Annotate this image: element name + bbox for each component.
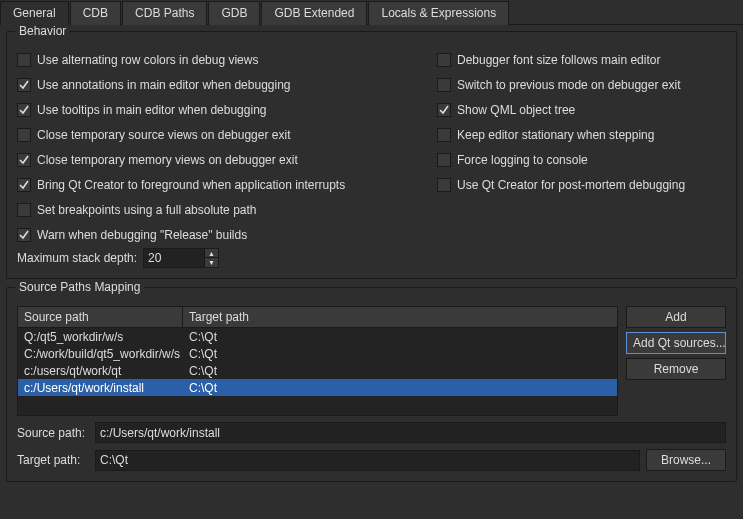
checkbox-row: Debugger font size follows main editor xyxy=(437,50,685,69)
checkbox-row: Switch to previous mode on debugger exit xyxy=(437,75,685,94)
checkbox-label[interactable]: Keep editor stationary when stepping xyxy=(457,128,654,142)
mapping-buttons: Add Add Qt sources... Remove xyxy=(626,306,726,416)
cell-target: C:\Qt xyxy=(183,380,617,396)
max-stack-label: Maximum stack depth: xyxy=(17,251,137,265)
checkbox-row: Set breakpoints using a full absolute pa… xyxy=(17,200,417,219)
mapping-table-header: Source path Target path xyxy=(18,307,617,328)
checkbox-row: Warn when debugging "Release" builds xyxy=(17,225,417,244)
checkbox[interactable] xyxy=(17,103,31,117)
behavior-right-column: Debugger font size follows main editorSw… xyxy=(437,50,685,244)
checkbox-label[interactable]: Bring Qt Creator to foreground when appl… xyxy=(37,178,345,192)
cell-source: Q:/qt5_workdir/w/s xyxy=(18,329,183,345)
source-path-row: Source path: xyxy=(17,422,726,443)
checkbox-label[interactable]: Use tooltips in main editor when debuggi… xyxy=(37,103,266,117)
table-row[interactable]: Q:/qt5_workdir/w/sC:\Qt xyxy=(18,328,617,345)
source-paths-group: Source Paths Mapping Source path Target … xyxy=(6,287,737,482)
table-row[interactable]: c:/users/qt/work/qtC:\Qt xyxy=(18,362,617,379)
checkbox-label[interactable]: Close temporary source views on debugger… xyxy=(37,128,290,142)
cell-target: C:\Qt xyxy=(183,346,617,362)
cell-target: C:\Qt xyxy=(183,363,617,379)
checkbox[interactable] xyxy=(17,228,31,242)
checkbox[interactable] xyxy=(17,203,31,217)
checkbox-row: Use tooltips in main editor when debuggi… xyxy=(17,100,417,119)
checkbox-row: Keep editor stationary when stepping xyxy=(437,125,685,144)
tab-locals-expressions[interactable]: Locals & Expressions xyxy=(368,1,509,25)
table-row[interactable]: C:/work/build/qt5_workdir/w/sC:\Qt xyxy=(18,345,617,362)
max-stack-row: Maximum stack depth: ▲ ▼ xyxy=(17,248,417,268)
target-path-input[interactable] xyxy=(95,450,640,471)
tab-gdb-extended[interactable]: GDB Extended xyxy=(261,1,367,25)
cell-source: c:/Users/qt/work/install xyxy=(18,380,183,396)
general-panel: Behavior Use alternating row colors in d… xyxy=(0,25,743,496)
cell-source: c:/users/qt/work/qt xyxy=(18,363,183,379)
checkbox-label[interactable]: Use alternating row colors in debug view… xyxy=(37,53,258,67)
checkbox-row: Bring Qt Creator to foreground when appl… xyxy=(17,175,417,194)
checkbox[interactable] xyxy=(17,78,31,92)
checkbox-label[interactable]: Set breakpoints using a full absolute pa… xyxy=(37,203,256,217)
behavior-left-column: Use alternating row colors in debug view… xyxy=(17,50,417,244)
table-row[interactable]: c:/Users/qt/work/installC:\Qt xyxy=(18,379,617,396)
behavior-group: Behavior Use alternating row colors in d… xyxy=(6,31,737,279)
checkbox[interactable] xyxy=(17,153,31,167)
checkbox-label[interactable]: Switch to previous mode on debugger exit xyxy=(457,78,680,92)
tab-gdb[interactable]: GDB xyxy=(208,1,260,25)
checkbox[interactable] xyxy=(17,128,31,142)
checkbox[interactable] xyxy=(437,178,451,192)
checkbox-row: Close temporary memory views on debugger… xyxy=(17,150,417,169)
browse-button[interactable]: Browse... xyxy=(646,449,726,471)
target-path-label: Target path: xyxy=(17,453,89,467)
add-qt-sources-button[interactable]: Add Qt sources... xyxy=(626,332,726,354)
checkbox-row: Close temporary source views on debugger… xyxy=(17,125,417,144)
checkbox-label[interactable]: Warn when debugging "Release" builds xyxy=(37,228,247,242)
header-source[interactable]: Source path xyxy=(18,307,183,327)
mapping-table[interactable]: Source path Target path Q:/qt5_workdir/w… xyxy=(17,306,618,416)
checkbox-row: Show QML object tree xyxy=(437,100,685,119)
tab-cdb[interactable]: CDB xyxy=(70,1,121,25)
checkbox-label[interactable]: Show QML object tree xyxy=(457,103,575,117)
checkbox-label[interactable]: Use Qt Creator for post-mortem debugging xyxy=(457,178,685,192)
checkbox-row: Force logging to console xyxy=(437,150,685,169)
checkbox[interactable] xyxy=(437,128,451,142)
checkbox[interactable] xyxy=(437,153,451,167)
tab-cdb-paths[interactable]: CDB Paths xyxy=(122,1,207,25)
max-stack-input[interactable] xyxy=(144,249,204,267)
checkbox-row: Use Qt Creator for post-mortem debugging xyxy=(437,175,685,194)
checkbox[interactable] xyxy=(17,53,31,67)
checkbox-row: Use alternating row colors in debug view… xyxy=(17,50,417,69)
checkbox-label[interactable]: Use annotations in main editor when debu… xyxy=(37,78,291,92)
checkbox[interactable] xyxy=(437,78,451,92)
checkbox-row: Use annotations in main editor when debu… xyxy=(17,75,417,94)
checkbox[interactable] xyxy=(437,103,451,117)
checkbox-label[interactable]: Close temporary memory views on debugger… xyxy=(37,153,298,167)
remove-button[interactable]: Remove xyxy=(626,358,726,380)
checkbox[interactable] xyxy=(437,53,451,67)
spin-up-icon[interactable]: ▲ xyxy=(204,249,218,258)
behavior-title: Behavior xyxy=(15,24,70,38)
tab-bar: GeneralCDBCDB PathsGDBGDB ExtendedLocals… xyxy=(0,0,743,25)
spin-down-icon[interactable]: ▼ xyxy=(204,258,218,267)
source-paths-title: Source Paths Mapping xyxy=(15,280,144,294)
max-stack-spinbox[interactable]: ▲ ▼ xyxy=(143,248,219,268)
cell-source: C:/work/build/qt5_workdir/w/s xyxy=(18,346,183,362)
source-path-input[interactable] xyxy=(95,422,726,443)
checkbox[interactable] xyxy=(17,178,31,192)
target-path-row: Target path: Browse... xyxy=(17,449,726,471)
checkbox-label[interactable]: Force logging to console xyxy=(457,153,588,167)
source-path-label: Source path: xyxy=(17,426,89,440)
tab-general[interactable]: General xyxy=(0,1,69,25)
cell-target: C:\Qt xyxy=(183,329,617,345)
checkbox-label[interactable]: Debugger font size follows main editor xyxy=(457,53,660,67)
add-button[interactable]: Add xyxy=(626,306,726,328)
header-target[interactable]: Target path xyxy=(183,307,617,327)
